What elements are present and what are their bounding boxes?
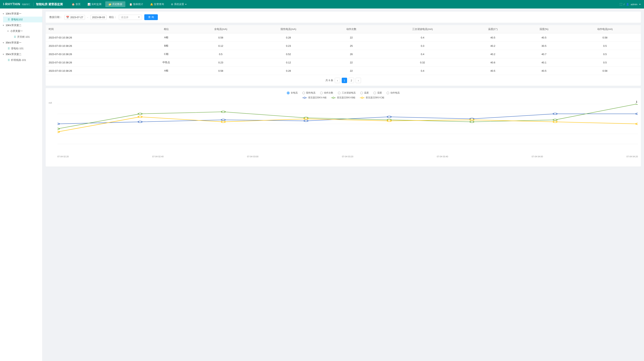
svg-point-20 bbox=[387, 116, 391, 118]
col-temp: 温度(C°) bbox=[467, 25, 519, 34]
fullscreen-icon[interactable]: ⛶ bbox=[620, 3, 622, 6]
nav-alarm[interactable]: 🔔 告警查询 bbox=[147, 1, 167, 7]
tree-subgroup-1-children: ☰ 开关柜-101 bbox=[3, 34, 42, 40]
col-resistive: 阻性电流(mA) bbox=[252, 25, 324, 34]
tree-group-4: ▼ 35kV开关室二 ☰ 杆塔线路-101 bbox=[0, 51, 42, 63]
nav-home[interactable]: 🏠 首页 bbox=[68, 1, 84, 7]
svg-point-31 bbox=[636, 104, 638, 105]
sidebar-item-substation101[interactable]: ☰ 变电站-101 bbox=[3, 46, 42, 51]
col-time: 时间 bbox=[46, 25, 144, 34]
radio-circle[interactable] bbox=[320, 92, 323, 94]
tree-group-1-children: ☰ 变电站102 bbox=[0, 17, 42, 23]
user-icon: 👤 bbox=[626, 3, 629, 6]
radio-circle[interactable] bbox=[287, 92, 290, 94]
svg-point-18 bbox=[221, 119, 225, 121]
radio-legend-item-5[interactable]: 湿度 bbox=[374, 91, 382, 95]
radio-circle[interactable] bbox=[360, 92, 363, 94]
svg-point-35 bbox=[304, 118, 308, 120]
header: I·RHYTHIN 瑞鑫智汇 智能站房 避雷器监测 🏠 首页 📊 实时监测 📁 … bbox=[0, 0, 644, 9]
main-layout: ▼ 10kV开关室一 ☰ 变电站102 ▼ 10kV开关室二 ▼ 小开关室一 bbox=[0, 9, 644, 361]
page-2-button[interactable]: 2 bbox=[349, 78, 354, 83]
home-icon: 🏠 bbox=[72, 3, 75, 6]
arrow-icon: ▼ bbox=[2, 13, 4, 15]
next-page-button[interactable]: › bbox=[356, 78, 361, 83]
phase-label: 相位： bbox=[109, 16, 116, 19]
radio-circle[interactable] bbox=[302, 92, 305, 94]
col-total: 全电流(mA) bbox=[189, 25, 252, 34]
line-legend-icon bbox=[331, 96, 336, 99]
query-button[interactable]: 查 询 bbox=[144, 14, 158, 20]
radio-circle[interactable] bbox=[374, 92, 376, 94]
svg-point-17 bbox=[138, 121, 142, 123]
svg-point-37 bbox=[470, 119, 474, 121]
radio-legend-item-1[interactable]: 阻性电流 bbox=[302, 91, 316, 95]
header-right: ⛶ / 👤 admin ▼ bbox=[620, 3, 641, 6]
date-end-input[interactable]: 2023-08-03 bbox=[90, 15, 107, 20]
tree-group-3-label[interactable]: ▼ 35kV开关室一 bbox=[0, 40, 42, 46]
tree-group-2-children: ▼ 小开关室一 ☰ 开关柜-101 bbox=[0, 28, 42, 40]
monitor-icon: 📊 bbox=[88, 3, 90, 6]
line-legend-item-1: 变压器220KV-B相 bbox=[331, 96, 355, 99]
radio-legend-item-4[interactable]: 温度 bbox=[360, 91, 369, 95]
logo-sub: 瑞鑫智汇 bbox=[22, 3, 30, 6]
sidebar-item-substation102[interactable]: ☰ 变电站102 bbox=[3, 17, 42, 23]
nav-report[interactable]: 📋 报表统计 bbox=[126, 1, 146, 7]
arrow-icon: ▼ bbox=[2, 42, 4, 44]
x-axis-labels: 07-04 02:20 07-04 02:40 07-04 03:00 07-0… bbox=[57, 155, 638, 158]
date-end-value: 2023-08-03 bbox=[92, 16, 105, 19]
chart-radio-legend: 全电流阻性电流动作次数三次谐波电流温度湿度动作电流 bbox=[49, 91, 638, 95]
report-icon: 📋 bbox=[129, 3, 132, 6]
table-row: 2023-07-03 10:38:26A相0.580.28220.440.540… bbox=[46, 34, 641, 42]
date-start-value: 2023-07-27 bbox=[70, 16, 83, 19]
leaf-icon: ☰ bbox=[8, 18, 10, 21]
main-nav: 🏠 首页 📊 实时监测 📁 历史数据 📋 报表统计 🔔 告警查询 ⚙ 系统设置 … bbox=[68, 1, 620, 7]
user-chevron-icon: ▼ bbox=[639, 3, 641, 6]
leaf-icon: ☰ bbox=[8, 47, 10, 50]
radio-circle[interactable] bbox=[386, 92, 389, 94]
sidebar-toggle[interactable]: ▶ bbox=[42, 181, 42, 189]
sidebar-item-cabinet101[interactable]: ☰ 开关柜-101 bbox=[6, 34, 42, 40]
radio-legend-item-6[interactable]: 动作电流 bbox=[386, 91, 400, 95]
svg-point-24 bbox=[57, 128, 59, 130]
username[interactable]: admin bbox=[631, 3, 638, 6]
sidebar: ▼ 10kV开关室一 ☰ 变电站102 ▼ 10kV开关室二 ▼ 小开关室一 bbox=[0, 9, 42, 361]
col-actions: 动作次数 bbox=[324, 25, 378, 34]
svg-point-32 bbox=[57, 131, 59, 133]
radio-legend-item-3[interactable]: 三次谐波电流 bbox=[338, 91, 356, 95]
nav-history[interactable]: 📁 历史数据 bbox=[105, 1, 125, 7]
leaf-icon: ☰ bbox=[8, 59, 10, 62]
radio-circle[interactable] bbox=[338, 92, 340, 94]
svg-point-29 bbox=[470, 121, 474, 123]
line-legend-icon bbox=[302, 96, 307, 99]
chart-section: 全电流阻性电流动作次数三次谐波电流温度湿度动作电流 变压器220KV-A相 变压… bbox=[46, 88, 641, 167]
nav-settings[interactable]: ⚙ 系统设置 ▼ bbox=[168, 1, 190, 7]
tree-subgroup-1-label[interactable]: ▼ 小开关室一 bbox=[3, 28, 42, 34]
svg-point-22 bbox=[553, 113, 557, 115]
tree-group-1-label[interactable]: ▼ 10kV开关室一 bbox=[0, 11, 42, 17]
tree-group-2-label[interactable]: ▼ 10kV开关室二 bbox=[0, 23, 42, 28]
line-legend-item-2: 变压器220KV-C相 bbox=[360, 96, 384, 99]
tree-group-4-label[interactable]: ▼ 35kV开关室二 bbox=[0, 51, 42, 57]
table-row: 2023-07-03 10:38:26中性点0.230.12220.3240.6… bbox=[46, 58, 641, 67]
y-axis-label: mA bbox=[49, 102, 52, 104]
system-name: 智能站房 避雷器监测 bbox=[34, 3, 63, 6]
svg-point-23 bbox=[636, 113, 638, 115]
svg-point-1 bbox=[304, 97, 306, 99]
chevron-down-icon: ▼ bbox=[185, 3, 187, 6]
col-harmonic: 三次谐波电流(mA) bbox=[378, 25, 467, 34]
prev-page-button[interactable]: ‹ bbox=[335, 78, 340, 83]
col-humidity: 湿度(%) bbox=[519, 25, 569, 34]
sidebar-item-tower101[interactable]: ☰ 杆塔线路-101 bbox=[3, 57, 42, 63]
page-1-button[interactable]: 1 bbox=[342, 78, 347, 83]
tree-group-4-children: ☰ 杆塔线路-101 bbox=[0, 57, 42, 63]
chart-svg: 40 30 20 10 0 bbox=[57, 104, 638, 154]
tree-group-3: ▼ 35kV开关室一 ☰ 变电站-101 bbox=[0, 40, 42, 51]
radio-legend-item-0[interactable]: 全电流 bbox=[287, 91, 298, 95]
date-start-input[interactable]: 📅 2023-07-27 bbox=[64, 15, 85, 20]
svg-point-19 bbox=[304, 120, 308, 122]
pagination: 共 8 条 ‹ 1 2 › bbox=[46, 75, 641, 86]
nav-realtime[interactable]: 📊 实时监测 bbox=[84, 1, 104, 7]
line-legend-icon bbox=[360, 96, 364, 99]
radio-legend-item-2[interactable]: 动作次数 bbox=[320, 91, 333, 95]
phase-select[interactable]: 请选择 bbox=[119, 15, 142, 20]
